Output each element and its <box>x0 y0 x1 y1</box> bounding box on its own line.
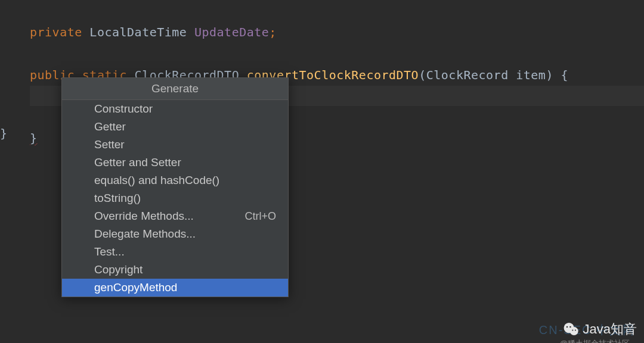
popup-item-label: Getter and Setter <box>94 156 181 169</box>
popup-item-equals-hashcode[interactable]: equals() and hashCode() <box>62 172 288 189</box>
rbrace-class: } <box>0 126 7 141</box>
param-type: ClockRecord <box>426 68 509 82</box>
field-updatedate: UpdateDate <box>194 25 269 39</box>
popup-item-label: Copyright <box>94 263 143 276</box>
popup-item-label: Delegate Methods... <box>94 227 196 241</box>
popup-item-override[interactable]: Override Methods...Ctrl+O <box>62 207 288 225</box>
popup-title: Generate <box>62 78 288 100</box>
popup-item-label: genCopyMethod <box>94 281 177 294</box>
popup-item-label: Constructor <box>94 102 153 116</box>
popup-item-setter[interactable]: Setter <box>62 136 288 154</box>
rbrace-method: } <box>30 131 38 145</box>
watermark-main: Java知音 <box>583 322 637 336</box>
popup-item-shortcut: Ctrl+O <box>244 210 281 223</box>
lbrace: { <box>561 68 568 82</box>
code-line: private LocalDateTime UpdateDate; <box>30 25 277 39</box>
svg-point-3 <box>569 326 571 328</box>
code-line: } <box>30 131 38 145</box>
generate-popup[interactable]: Generate Constructor Getter Setter Gette… <box>61 77 289 297</box>
type-localdatetime: LocalDateTime <box>89 25 187 39</box>
popup-item-label: Override Methods... <box>94 210 194 223</box>
svg-point-4 <box>572 330 573 331</box>
popup-item-getter-setter[interactable]: Getter and Setter <box>62 154 288 172</box>
keyword-private: private <box>30 25 82 39</box>
popup-item-label: toString() <box>94 192 141 205</box>
lparen: ( <box>419 68 426 82</box>
popup-item-delegate[interactable]: Delegate Methods... <box>62 225 288 243</box>
popup-item-copyright[interactable]: Copyright <box>62 261 288 279</box>
popup-item-constructor[interactable]: Constructor <box>62 100 288 118</box>
rparen: ) <box>546 68 553 82</box>
param-name: item <box>516 68 546 82</box>
popup-item-label: Setter <box>94 138 125 151</box>
popup-item-getter[interactable]: Getter <box>62 118 288 136</box>
popup-item-label: equals() and hashCode() <box>94 174 219 187</box>
popup-item-label: Test... <box>94 245 125 258</box>
popup-list: Constructor Getter Setter Getter and Set… <box>62 100 288 297</box>
watermark-subtitle: @稀土掘金技术社区 <box>560 338 630 341</box>
popup-item-tostring[interactable]: toString() <box>62 189 288 207</box>
svg-point-2 <box>566 326 567 328</box>
popup-item-label: Getter <box>94 120 126 133</box>
svg-point-5 <box>575 330 576 331</box>
svg-point-1 <box>569 327 578 335</box>
popup-item-gencopymethod[interactable]: genCopyMethod <box>62 279 288 297</box>
semicolon: ; <box>269 25 277 39</box>
wechat-icon <box>563 321 580 338</box>
popup-item-test[interactable]: Test... <box>62 243 288 261</box>
watermark: Java知音 @稀土掘金技术社区 <box>563 320 637 338</box>
code-editor[interactable]: private LocalDateTime UpdateDate; public… <box>0 0 644 343</box>
